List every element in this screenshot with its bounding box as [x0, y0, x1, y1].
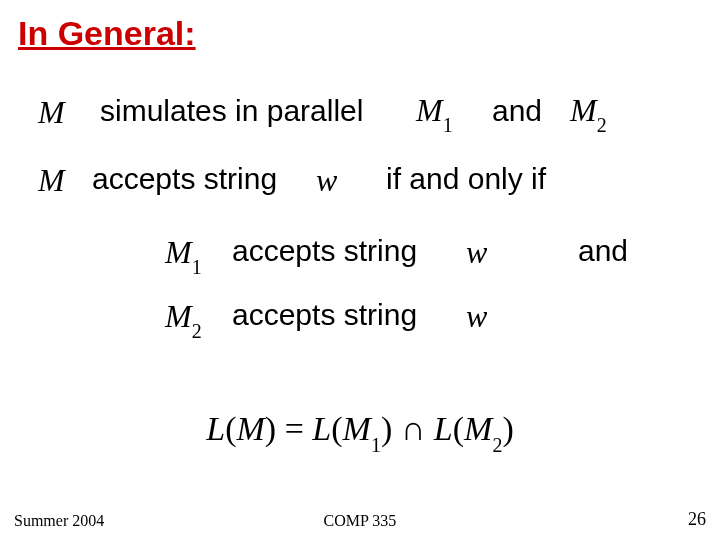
line-1: M [38, 94, 65, 131]
text-accepts-3: accepts string [232, 298, 417, 332]
footer-page-number: 26 [688, 509, 706, 530]
symbol-M1-2: M1 [165, 234, 202, 275]
text-simulates: simulates in parallel [100, 94, 363, 128]
symbol-M-2: M [38, 162, 65, 199]
symbol-w-2: w [466, 234, 487, 271]
symbol-w-3: w [466, 298, 487, 335]
text-accepts-1: accepts string [92, 162, 277, 196]
text-and-2: and [578, 234, 628, 268]
symbol-M1: M1 [416, 92, 453, 133]
text-accepts-2: accepts string [232, 234, 417, 268]
text-and-1: and [492, 94, 542, 128]
symbol-M: M [38, 94, 65, 130]
equation: L(M) = L(M1) ∩ L(M2) [0, 410, 720, 453]
slide: In General: M simulates in parallel M1 a… [0, 0, 720, 540]
footer-course: COMP 335 [0, 512, 720, 530]
symbol-w-1: w [316, 162, 337, 199]
text-iff: if and only if [386, 162, 546, 196]
symbol-M2: M2 [570, 92, 607, 133]
symbol-M2-2: M2 [165, 298, 202, 339]
slide-title: In General: [18, 14, 196, 53]
